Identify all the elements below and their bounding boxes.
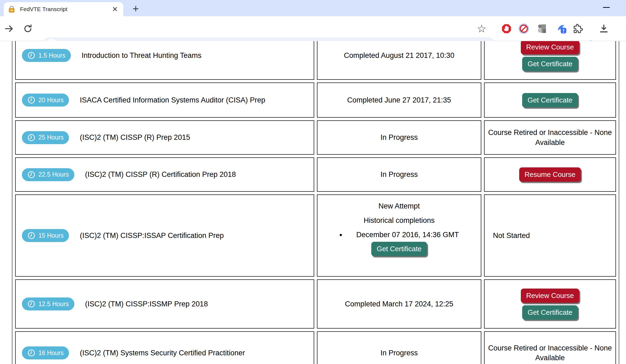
browser-toolbar: https://fedvte.usalearning.gov/transcrip…: [0, 16, 626, 41]
get-certificate-button[interactable]: Get Certificate: [522, 57, 578, 71]
stop-hand-extension-icon[interactable]: [501, 24, 512, 34]
hours-badge: 16 Hours: [22, 346, 69, 359]
hours-badge: 25 Hours: [22, 131, 69, 144]
course-title: (ISC)2 (TM) CISSP:ISSMP Prep 2018: [85, 300, 208, 308]
resume-course-button[interactable]: Resume Course: [519, 167, 581, 182]
downloads-icon[interactable]: [599, 24, 609, 34]
status-cell: Completed August 21 2017, 10:30: [317, 41, 481, 80]
action-buttons: Review CourseGet Certificate: [485, 289, 615, 320]
window-minimize-button[interactable]: [603, 7, 610, 8]
status-cell: Completed March 17 2024, 12:25: [317, 279, 481, 329]
review-course-button[interactable]: Review Course: [521, 289, 579, 303]
hours-badge: 15 Hours: [22, 229, 69, 242]
status-text: In Progress: [318, 170, 481, 179]
bookmark-star-icon[interactable]: ☆: [477, 23, 486, 34]
hours-label: 20 Hours: [38, 97, 64, 104]
availability-text: Course Retired or Inaccessible - None Av…: [485, 128, 615, 147]
tab-strip: FedVTE Transcript ✕ +: [0, 0, 626, 16]
course-title: (ISC)2 (TM) CISSP:ISSAP Certification Pr…: [80, 231, 224, 240]
status-text: Completed August 21 2017, 10:30: [318, 51, 481, 60]
new-attempt-link[interactable]: New Attempt: [318, 202, 481, 210]
course-cell: 16 Hours (ISC)2 (TM) Systems Security Ce…: [15, 331, 314, 364]
tab-close-icon[interactable]: ✕: [110, 5, 120, 13]
action-cell: Review CourseGet Certificate: [484, 41, 616, 80]
table-row: 12.5 Hours (ISC)2 (TM) CISSP:ISSMP Prep …: [15, 279, 616, 329]
hours-label: 15 Hours: [38, 232, 64, 239]
clock-icon: [27, 300, 35, 308]
table-row: 20 Hours ISACA Certified Information Sys…: [15, 82, 616, 118]
clock-icon: [27, 134, 35, 142]
status-text: Completed March 17 2024, 12:25: [318, 300, 481, 308]
hours-label: 16 Hours: [38, 349, 64, 357]
browser-tab[interactable]: FedVTE Transcript ✕: [4, 2, 123, 16]
hours-badge: 20 Hours: [22, 94, 69, 107]
action-cell: Course Retired or Inaccessible - None Av…: [484, 120, 616, 155]
padlock-favicon-icon: [8, 5, 16, 13]
table-row: 15 Hours (ISC)2 (TM) CISSP:ISSAP Certifi…: [15, 194, 616, 277]
course-cell: 15 Hours (ISC)2 (TM) CISSP:ISSAP Certifi…: [15, 194, 314, 277]
action-cell: Course Retired or Inaccessible - None Av…: [484, 331, 616, 364]
status-cell: In Progress: [317, 157, 481, 192]
course-title: ISACA Certified Information Systems Audi…: [80, 96, 265, 104]
clock-icon: [27, 96, 35, 104]
grayscale-extension-icon[interactable]: [536, 24, 547, 34]
clock-icon: [27, 349, 35, 357]
course-title: Introduction to Threat Hunting Teams: [82, 51, 201, 60]
historical-completions-heading: Historical completions: [318, 216, 481, 225]
clock-icon: [27, 231, 35, 240]
action-buttons: Review CourseGet Certificate: [485, 41, 615, 71]
action-cell: Not Started: [484, 194, 616, 277]
get-certificate-button[interactable]: Get Certificate: [371, 242, 427, 256]
hours-label: 25 Hours: [38, 134, 64, 141]
availability-text: Course Retired or Inaccessible - None Av…: [485, 343, 615, 363]
hours-badge: 1.5 Hours: [22, 49, 71, 62]
tab-title: FedVTE Transcript: [20, 6, 110, 12]
action-cell: Review CourseGet Certificate: [484, 279, 616, 329]
table-row: 25 Hours (ISC)2 (TM) CISSP (R) Prep 2015…: [15, 120, 616, 155]
bullet-icon: •: [339, 231, 342, 239]
status-cell: New AttemptHistorical completions•Decemb…: [317, 194, 481, 277]
course-title: (ISC)2 (TM) CISSP (R) Certification Prep…: [85, 170, 236, 179]
get-certificate-button[interactable]: Get Certificate: [522, 93, 578, 107]
extensions-puzzle-icon[interactable]: [573, 24, 583, 34]
clock-icon: [27, 51, 35, 59]
review-course-button[interactable]: Review Course: [521, 41, 579, 54]
no-sign-extension-icon[interactable]: [519, 24, 529, 34]
status-cell: In Progress: [317, 331, 481, 364]
action-cell: Resume Course: [484, 157, 616, 192]
status-text: In Progress: [318, 133, 481, 142]
clock-icon: [27, 171, 35, 179]
status-cell: In Progress: [317, 120, 481, 155]
forward-icon[interactable]: [4, 24, 14, 34]
table-row: 22.5 Hours (ISC)2 (TM) CISSP (R) Certifi…: [15, 157, 616, 192]
status-text: In Progress: [318, 349, 481, 357]
course-cell: 22.5 Hours (ISC)2 (TM) CISSP (R) Certifi…: [15, 157, 314, 192]
table-row: 1.5 Hours Introduction to Threat Hunting…: [15, 41, 616, 80]
course-title: (ISC)2 (TM) CISSP (R) Prep 2015: [80, 133, 190, 142]
transcript-page: 1.5 Hours Introduction to Threat Hunting…: [0, 41, 626, 364]
hours-label: 1.5 Hours: [38, 52, 65, 59]
action-buttons: Get Certificate: [485, 93, 615, 107]
completion-date-item: •December 07 2016, 14:36 GMT: [318, 231, 481, 239]
course-cell: 25 Hours (ISC)2 (TM) CISSP (R) Prep 2015: [15, 120, 314, 155]
reload-icon[interactable]: [23, 24, 33, 34]
transcript-table: 1.5 Hours Introduction to Threat Hunting…: [12, 41, 619, 364]
course-cell: 12.5 Hours (ISC)2 (TM) CISSP:ISSMP Prep …: [15, 279, 314, 329]
availability-text: Not Started: [485, 231, 615, 240]
hours-badge: 22.5 Hours: [22, 168, 74, 181]
hours-badge: 12.5 Hours: [22, 297, 74, 310]
course-cell: 1.5 Hours Introduction to Threat Hunting…: [15, 41, 314, 80]
blue-wave-alert-extension-icon[interactable]: [556, 24, 566, 34]
get-certificate-button[interactable]: Get Certificate: [522, 305, 578, 320]
new-tab-button[interactable]: +: [130, 3, 142, 15]
action-buttons: Resume Course: [485, 167, 615, 182]
course-title: (ISC)2 (TM) Systems Security Certified P…: [80, 349, 245, 357]
status-text: Completed June 27 2017, 21:35: [318, 96, 481, 104]
table-row: 16 Hours (ISC)2 (TM) Systems Security Ce…: [15, 331, 616, 364]
hours-label: 12.5 Hours: [38, 300, 69, 308]
course-cell: 20 Hours ISACA Certified Information Sys…: [15, 82, 314, 118]
completion-date: December 07 2016, 14:36 GMT: [356, 231, 459, 239]
status-cell: Completed June 27 2017, 21:35: [317, 82, 481, 118]
action-cell: Get Certificate: [484, 82, 616, 118]
hours-label: 22.5 Hours: [38, 171, 69, 178]
